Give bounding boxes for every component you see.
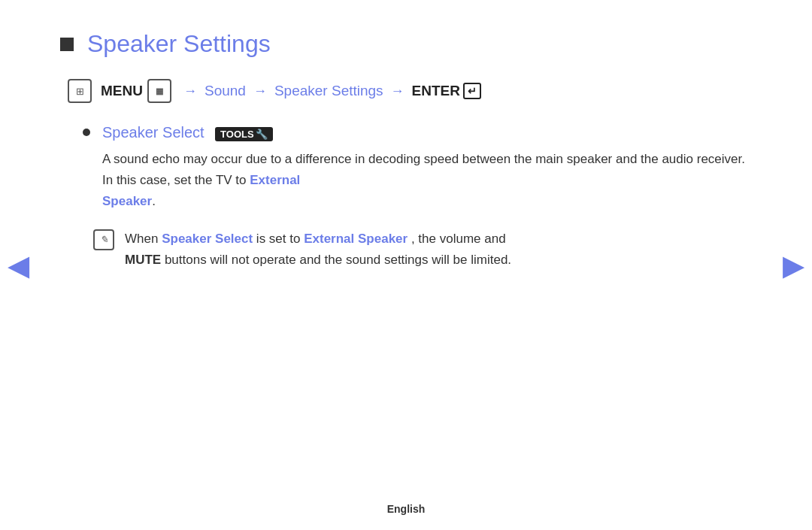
menu-path: ⊞ MENU ▦ → Sound → Speaker Settings → EN… — [68, 79, 752, 103]
bullet-content: Speaker Select TOOLS🔧 A sound echo may o… — [102, 124, 752, 212]
menu-remote-icon: ⊞ — [68, 79, 92, 103]
note-middle: is set to — [256, 232, 301, 246]
arrow-2: → — [253, 83, 267, 99]
external-speaker-link-2: External Speaker — [304, 232, 408, 246]
enter-label: ENTER↵ — [412, 83, 481, 99]
menu-grid-icon: ▦ — [147, 79, 171, 103]
tools-badge: TOOLS🔧 — [215, 127, 273, 141]
speaker-select-label: Speaker Select — [102, 124, 205, 141]
title-square-icon — [60, 38, 74, 51]
title-section: Speaker Settings — [60, 30, 752, 58]
page-container: Speaker Settings ⊞ MENU ▦ → Sound → Spea… — [0, 0, 812, 530]
note-suffix: , the volume and — [411, 232, 506, 246]
sound-link: Sound — [205, 83, 246, 99]
note-prefix: When — [125, 232, 158, 246]
tools-badge-icon: 🔧 — [256, 129, 268, 140]
content-section: Speaker Select TOOLS🔧 A sound echo may o… — [83, 124, 752, 271]
note-end: buttons will not operate and the sound s… — [165, 253, 511, 267]
description-main: A sound echo may occur due to a differen… — [102, 152, 745, 187]
note-text: When Speaker Select is set to External S… — [125, 229, 511, 271]
note-section: ✎ When Speaker Select is set to External… — [93, 229, 752, 271]
speaker-settings-link: Speaker Settings — [274, 83, 383, 99]
menu-label: MENU — [101, 83, 143, 99]
footer-language: English — [387, 503, 426, 515]
arrow-3: → — [391, 83, 404, 99]
page-title: Speaker Settings — [87, 30, 271, 58]
prev-page-button[interactable]: ◀ — [8, 249, 29, 282]
note-icon: ✎ — [93, 229, 114, 250]
bullet-item-speaker-select: Speaker Select TOOLS🔧 A sound echo may o… — [83, 124, 752, 212]
arrow-1: → — [183, 83, 197, 99]
bullet-dot — [83, 129, 90, 136]
speaker-select-header: Speaker Select TOOLS🔧 — [102, 124, 752, 141]
mute-label: MUTE — [125, 253, 161, 267]
speaker-select-link-note: Speaker Select — [162, 232, 253, 246]
enter-symbol-icon: ↵ — [463, 83, 481, 99]
next-page-button[interactable]: ▶ — [783, 249, 804, 282]
description-text: A sound echo may occur due to a differen… — [102, 149, 752, 212]
